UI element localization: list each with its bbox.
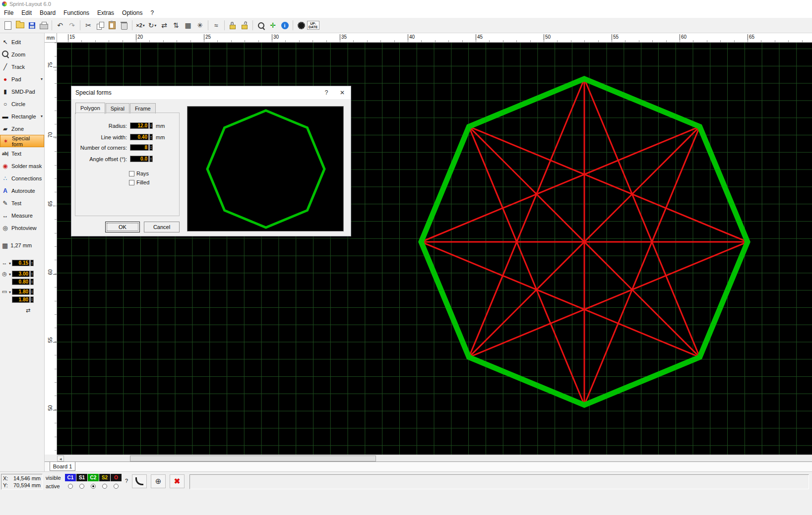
spinner[interactable] [30, 288, 34, 295]
sidebar-item-measure[interactable]: ↔Measure [0, 209, 44, 222]
layer-chip-s2[interactable]: S2 [99, 474, 110, 481]
lock-button[interactable] [227, 19, 239, 31]
dialog-help-button[interactable]: ? [319, 86, 334, 99]
layer-chip-o[interactable]: O [111, 474, 122, 481]
spinner[interactable] [30, 296, 34, 303]
sidebar-item-smd-pad[interactable]: ▮SMD-Pad [0, 85, 44, 98]
sidebar-item-special-form[interactable]: ✶Special form [0, 135, 44, 147]
smd-height-field[interactable]: 1.80 [12, 296, 30, 303]
filled-checkbox[interactable] [129, 180, 134, 185]
layer-active-radio-c2[interactable] [91, 484, 96, 489]
sidebar-item-edit[interactable]: ↖Edit [0, 36, 44, 48]
mirror-vertical-button[interactable]: ⇅ [170, 19, 182, 31]
duplicate-x2-button[interactable]: ×2 ▾ [134, 19, 146, 31]
menu-board[interactable]: Board [36, 8, 60, 17]
paste-button[interactable] [106, 19, 118, 31]
menu-edit[interactable]: Edit [17, 8, 36, 17]
menu-extras[interactable]: Extras [93, 8, 118, 17]
sidebar-item-zoom[interactable]: Zoom [0, 48, 44, 60]
layer-chip-c2[interactable]: C2 [88, 474, 99, 481]
chevron-down-icon[interactable]: ▾ [9, 290, 11, 294]
sidebar-item-photoview[interactable]: ◎Photoview [0, 222, 44, 234]
swap-dimensions-icon[interactable]: ⇄ [26, 307, 30, 314]
print-button[interactable] [38, 19, 50, 31]
spinner[interactable] [149, 134, 153, 140]
undo-button[interactable]: ↶ [54, 19, 66, 31]
curved-track-button[interactable] [132, 474, 147, 488]
sidebar-item-track[interactable]: ╱Track [0, 60, 44, 73]
layer-active-radio-o[interactable] [114, 484, 119, 489]
rubberband-off-button[interactable]: ✖ [170, 474, 185, 488]
sidebar-item-zone[interactable]: ▰Zone [0, 122, 44, 135]
menu-help[interactable]: ? [146, 8, 158, 17]
sidebar-item-connections[interactable]: ∴Connections [0, 172, 44, 184]
info-button[interactable] [279, 19, 291, 31]
rays-checkbox[interactable] [129, 171, 134, 176]
cut-button[interactable]: ✂ [82, 19, 94, 31]
connection-test-button[interactable]: ≈ [210, 19, 222, 31]
pad-diameter-field[interactable]: 3.00 [12, 271, 30, 277]
rotate-button[interactable]: ↻▾ [146, 19, 158, 31]
layer-chip-s1[interactable]: S1 [76, 474, 87, 481]
corners-field[interactable]: 8 [130, 144, 149, 151]
layer-help-label[interactable]: ? [125, 478, 128, 484]
spinner[interactable] [149, 156, 153, 162]
spinner[interactable] [30, 279, 34, 285]
scroll-left-button[interactable]: ◀ [57, 456, 64, 461]
tab-spiral[interactable]: Spiral [106, 103, 129, 114]
cancel-button[interactable]: Cancel [144, 222, 180, 232]
copy-button[interactable] [94, 19, 106, 31]
sidebar-item-pad[interactable]: ●Pad▾ [0, 73, 44, 85]
chevron-down-icon[interactable]: ▾ [9, 261, 11, 266]
photoview-ball-button[interactable] [295, 19, 307, 31]
radius-field[interactable]: 12.0 [130, 122, 149, 129]
delete-button[interactable] [118, 19, 130, 31]
spinner[interactable] [30, 260, 34, 266]
layer-active-radio-s1[interactable] [79, 484, 84, 489]
menu-functions[interactable]: Functions [60, 8, 93, 17]
layer-active-radio-s2[interactable] [102, 484, 107, 489]
sidebar-item-test[interactable]: ✎Test [0, 197, 44, 209]
tab-frame[interactable]: Frame [130, 103, 156, 114]
grid-setting-button[interactable]: ▦ 1,27 mm [0, 240, 44, 251]
save-button[interactable] [26, 19, 38, 31]
track-width-field[interactable]: 0.15 [12, 260, 30, 266]
angle-offset-field[interactable]: 0.0 [130, 156, 149, 162]
pad-snap-button[interactable]: ⊕ [151, 474, 166, 488]
layer-chip-c1[interactable]: C1 [65, 474, 76, 481]
stamp-button[interactable]: ▦ [182, 19, 194, 31]
mirror-horizontal-button[interactable]: ⇄ [158, 19, 170, 31]
scrollbar-thumb[interactable] [130, 456, 376, 461]
zoom-tool-button[interactable] [255, 19, 267, 31]
unlock-button[interactable] [239, 19, 250, 31]
tab-board-1[interactable]: Board 1 [50, 462, 75, 471]
ok-button[interactable]: OK [105, 222, 140, 232]
menu-options[interactable]: Options [118, 8, 146, 17]
sidebar-item-circle[interactable]: ○Circle [0, 98, 44, 110]
spinner[interactable] [149, 122, 153, 129]
sidebar-item-autoroute[interactable]: AAutoroute [0, 184, 44, 197]
explode-button[interactable]: ✳ [194, 19, 206, 31]
dialog-titlebar[interactable]: Special forms ? ✕ [71, 86, 351, 99]
chevron-down-icon[interactable]: ▾ [41, 114, 43, 118]
spinner[interactable] [30, 271, 34, 277]
smd-width-field[interactable]: 1.80 [12, 288, 30, 295]
sidebar-item-rectangle[interactable]: ▬Rectangle▾ [0, 110, 44, 122]
spinner[interactable] [149, 144, 153, 151]
snap-crosshair-button[interactable]: ✛ [267, 19, 279, 31]
update-button[interactable]: UP-DATE [307, 19, 319, 31]
sidebar-item-solder-mask[interactable]: ◉Solder mask [0, 160, 44, 172]
sidebar-item-text[interactable]: Text [0, 147, 44, 160]
line-width-field[interactable]: 0.40 [130, 134, 149, 140]
new-document-button[interactable] [2, 19, 14, 31]
open-file-button[interactable] [14, 19, 26, 31]
chevron-down-icon[interactable]: ▾ [9, 272, 11, 277]
chevron-down-icon[interactable]: ▾ [41, 77, 43, 81]
dialog-close-button[interactable]: ✕ [335, 86, 350, 99]
redo-button[interactable]: ↷ [66, 19, 78, 31]
pad-drill-field[interactable]: 0.80 [12, 279, 30, 285]
rays-label: Rays [136, 171, 149, 176]
horizontal-scrollbar[interactable]: ◀ [57, 455, 812, 461]
menu-file[interactable]: File [0, 8, 17, 17]
layer-active-radio-c1[interactable] [68, 484, 73, 489]
